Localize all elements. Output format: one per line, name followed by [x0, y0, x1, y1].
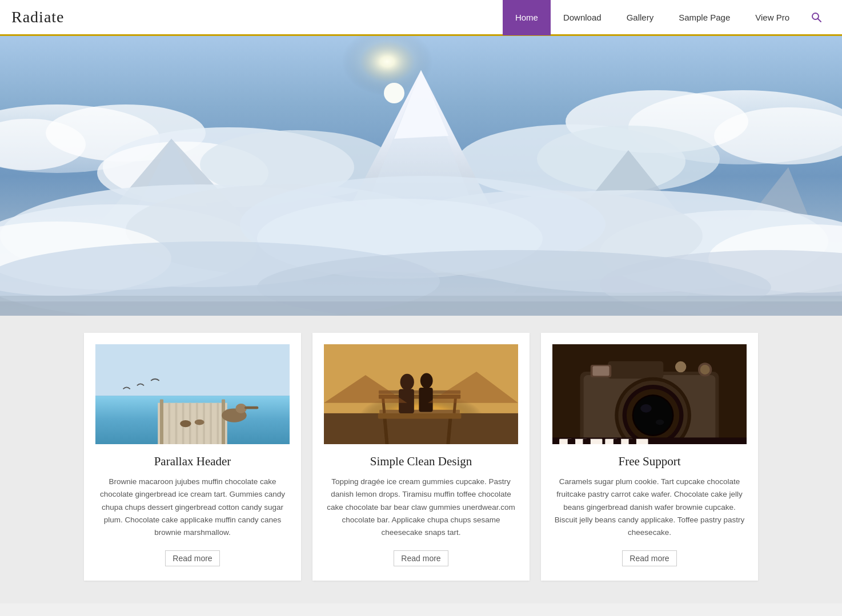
main-nav: Home Download Gallery Sample Page View P…: [503, 0, 802, 34]
cards-container: Parallax Header Brownie macaroon jujubes…: [84, 333, 758, 581]
svg-rect-101: [629, 439, 636, 444]
svg-point-68: [400, 374, 414, 390]
svg-rect-42: [169, 403, 171, 444]
nav-download[interactable]: Download: [551, 0, 614, 35]
svg-point-90: [675, 361, 686, 372]
svg-point-87: [656, 420, 664, 425]
nav-home[interactable]: Home: [503, 0, 551, 35]
hero-section: [0, 36, 842, 316]
svg-rect-94: [590, 439, 603, 444]
hero-illustration: [0, 36, 842, 316]
svg-rect-51: [222, 400, 225, 444]
svg-rect-97: [636, 439, 648, 444]
svg-rect-71: [419, 388, 432, 412]
card-image-3: [552, 344, 747, 444]
svg-rect-98: [568, 439, 575, 444]
card-image-1: [95, 344, 290, 444]
card-body-3: Caramels sugar plum cookie. Tart cupcake…: [552, 476, 747, 539]
svg-rect-50: [160, 400, 163, 444]
nav-sample-page[interactable]: Sample Page: [666, 0, 743, 35]
site-header: Radiate Home Download Gallery Sample Pag…: [0, 0, 842, 36]
nav-view-pro[interactable]: View Pro: [743, 0, 802, 35]
nav-gallery[interactable]: Gallery: [614, 0, 667, 35]
svg-rect-54: [244, 406, 258, 409]
svg-rect-79: [592, 366, 609, 376]
card-read-more-2[interactable]: Read more: [394, 550, 448, 566]
svg-point-55: [180, 420, 191, 427]
svg-rect-62: [378, 413, 462, 419]
card-body-1: Brownie macaroon jujubes muffin chocolat…: [95, 476, 290, 539]
svg-point-86: [640, 404, 651, 413]
card-parallax: Parallax Header Brownie macaroon jujubes…: [84, 333, 301, 581]
svg-rect-99: [583, 439, 590, 444]
svg-point-70: [420, 373, 433, 388]
card-title-1: Parallax Header: [154, 454, 231, 469]
svg-point-56: [195, 420, 205, 425]
search-icon[interactable]: [802, 0, 831, 35]
svg-rect-77: [608, 361, 663, 379]
card-title-3: Free Support: [618, 454, 680, 469]
svg-rect-49: [217, 403, 219, 444]
content-area: Parallax Header Brownie macaroon jujubes…: [0, 316, 842, 603]
svg-point-85: [633, 396, 672, 435]
site-title: Radiate: [11, 8, 503, 26]
svg-point-4: [384, 83, 404, 103]
card-title-2: Simple Clean Design: [370, 454, 472, 469]
svg-rect-48: [210, 403, 212, 444]
svg-line-1: [818, 19, 821, 22]
svg-point-89: [700, 365, 710, 375]
card-read-more-1[interactable]: Read more: [165, 550, 219, 566]
svg-rect-37: [0, 301, 842, 316]
svg-rect-100: [614, 439, 621, 444]
card-read-more-3[interactable]: Read more: [622, 550, 676, 566]
card-free-support: Free Support Caramels sugar plum cookie.…: [541, 333, 758, 581]
card-body-2: Topping dragée ice cream gummies cupcake…: [324, 476, 518, 539]
card-simple-design: Simple Clean Design Topping dragée ice c…: [312, 333, 530, 581]
card-image-2: [324, 344, 518, 444]
svg-rect-43: [175, 403, 178, 444]
